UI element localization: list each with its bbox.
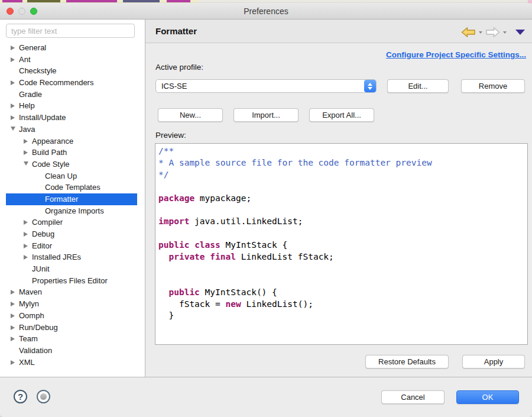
tree-collapsed-icon[interactable] xyxy=(11,100,17,112)
view-menu-icon[interactable] xyxy=(515,30,525,35)
remove-button[interactable]: Remove xyxy=(461,79,525,93)
tree-item-java[interactable]: Java xyxy=(6,124,137,135)
background-text-fragment xyxy=(2,0,22,2)
tree-item-checkstyle[interactable]: Checkstyle xyxy=(6,65,137,77)
import-button[interactable]: Import... xyxy=(233,108,299,122)
tree-item-validation[interactable]: Validation xyxy=(6,345,137,357)
edit-button[interactable]: Edit... xyxy=(387,79,449,93)
code-line: /** xyxy=(158,146,527,157)
code-line xyxy=(158,263,527,275)
tree-collapsed-icon[interactable] xyxy=(11,54,17,66)
code-line: package mypackage; xyxy=(158,193,527,205)
tree-collapsed-icon[interactable] xyxy=(11,298,17,310)
dialog-footer: ? Cancel OK xyxy=(0,377,532,417)
tree-item-label: Checkstyle xyxy=(19,65,57,77)
tree-item-label: XML xyxy=(19,357,35,368)
help-icon[interactable]: ? xyxy=(14,390,27,403)
preview-code-area[interactable]: /*** A sample source file for the code f… xyxy=(155,143,528,345)
tree-collapsed-icon[interactable] xyxy=(11,333,17,345)
tree-item-label: Build Path xyxy=(32,147,67,159)
ok-button[interactable]: OK xyxy=(456,390,519,404)
tree-item-junit[interactable]: JUnit xyxy=(6,263,137,275)
tree-collapsed-icon[interactable] xyxy=(24,135,30,147)
tree-collapsed-icon[interactable] xyxy=(24,228,30,240)
configure-project-link[interactable]: Configure Project Specific Settings... xyxy=(386,50,526,59)
active-profile-select[interactable]: ICS-SE xyxy=(155,79,377,93)
forward-arrow-icon[interactable] xyxy=(485,27,500,37)
tree-item-debug[interactable]: Debug xyxy=(6,228,137,240)
code-line: } xyxy=(158,310,527,322)
active-profile-label: Active profile: xyxy=(155,63,203,72)
tree-item-xml[interactable]: XML xyxy=(6,357,137,368)
tree-item-formatter[interactable]: Formatter xyxy=(6,193,137,205)
tree-collapsed-icon[interactable] xyxy=(11,357,17,368)
tree-collapsed-icon[interactable] xyxy=(24,240,30,252)
preferences-window: Preferences GeneralAntCheckstyleCode Rec… xyxy=(0,3,532,417)
tree-item-organize-imports[interactable]: Organize Imports xyxy=(6,205,137,217)
tree-item-label: JUnit xyxy=(32,263,50,275)
tree-item-help[interactable]: Help xyxy=(6,100,137,112)
tree-item-run-debug[interactable]: Run/Debug xyxy=(6,322,137,334)
active-profile-value: ICS-SE xyxy=(161,82,187,90)
tree-item-label: Properties Files Editor xyxy=(32,275,108,287)
tree-item-code-templates[interactable]: Code Templates xyxy=(6,182,137,193)
tree-collapsed-icon[interactable] xyxy=(11,310,17,322)
forward-history-dropdown-icon[interactable] xyxy=(503,31,507,34)
tree-collapsed-icon[interactable] xyxy=(24,216,30,228)
oomph-record-icon[interactable] xyxy=(37,390,50,403)
tree-item-code-recommenders[interactable]: Code Recommenders xyxy=(6,77,137,89)
code-line: private final LinkedList fStack; xyxy=(158,251,527,263)
code-line: fStack = new LinkedList(); xyxy=(158,299,527,311)
tree-item-label: Gradle xyxy=(19,89,42,101)
cancel-button[interactable]: Cancel xyxy=(381,390,445,404)
back-history-dropdown-icon[interactable] xyxy=(479,31,482,34)
tree-item-label: Organize Imports xyxy=(45,205,104,217)
tree-item-clean-up[interactable]: Clean Up xyxy=(6,170,137,182)
tree-item-oomph[interactable]: Oomph xyxy=(6,310,137,322)
tree-item-general[interactable]: General xyxy=(6,42,137,54)
preview-label: Preview: xyxy=(155,131,186,140)
tree-item-label: Code Recommenders xyxy=(19,77,93,89)
tree-item-label: Run/Debug xyxy=(19,322,58,334)
apply-button[interactable]: Apply xyxy=(462,355,525,368)
tree-collapsed-icon[interactable] xyxy=(24,251,30,263)
tree-item-ant[interactable]: Ant xyxy=(6,54,137,66)
background-text-fragment xyxy=(27,0,60,2)
background-text-fragment xyxy=(123,0,160,2)
filter-input[interactable] xyxy=(6,24,135,38)
code-line xyxy=(158,228,527,240)
tree-item-build-path[interactable]: Build Path xyxy=(6,147,137,159)
back-arrow-icon[interactable] xyxy=(461,27,476,37)
tree-item-install-update[interactable]: Install/Update xyxy=(6,112,137,124)
window-titlebar[interactable]: Preferences xyxy=(0,3,532,20)
tree-collapsed-icon[interactable] xyxy=(24,147,30,159)
tree-item-label: Ant xyxy=(19,54,31,66)
tree-item-maven[interactable]: Maven xyxy=(6,286,137,298)
window-title: Preferences xyxy=(0,7,532,16)
tree-item-gradle[interactable]: Gradle xyxy=(6,89,137,101)
tree-item-installed-jres[interactable]: Installed JREs xyxy=(6,251,137,263)
new-button[interactable]: New... xyxy=(158,108,223,122)
tree-expanded-icon[interactable] xyxy=(11,124,17,135)
tree-item-mylyn[interactable]: Mylyn xyxy=(6,298,137,310)
tree-item-appearance[interactable]: Appearance xyxy=(6,135,137,147)
restore-defaults-button[interactable]: Restore Defaults xyxy=(365,355,449,368)
page-title: Formatter xyxy=(155,26,197,36)
tree-item-label: Validation xyxy=(19,345,52,357)
tree-item-label: Appearance xyxy=(32,135,73,147)
tree-collapsed-icon[interactable] xyxy=(11,112,17,124)
tree-item-properties-files-editor[interactable]: Properties Files Editor xyxy=(6,275,137,287)
export-all-button[interactable]: Export All... xyxy=(309,108,374,122)
tree-collapsed-icon[interactable] xyxy=(11,77,17,89)
tree-item-label: Formatter xyxy=(45,193,78,205)
background-text-fragment xyxy=(167,0,190,2)
tree-collapsed-icon[interactable] xyxy=(11,42,17,54)
tree-item-team[interactable]: Team xyxy=(6,333,137,345)
tree-item-code-style[interactable]: Code Style xyxy=(6,159,137,170)
preview-code: /*** A sample source file for the code f… xyxy=(155,144,527,322)
tree-collapsed-icon[interactable] xyxy=(11,322,17,334)
tree-item-editor[interactable]: Editor xyxy=(6,240,137,252)
tree-collapsed-icon[interactable] xyxy=(11,286,17,298)
tree-item-compiler[interactable]: Compiler xyxy=(6,216,137,228)
tree-expanded-icon[interactable] xyxy=(24,159,30,170)
